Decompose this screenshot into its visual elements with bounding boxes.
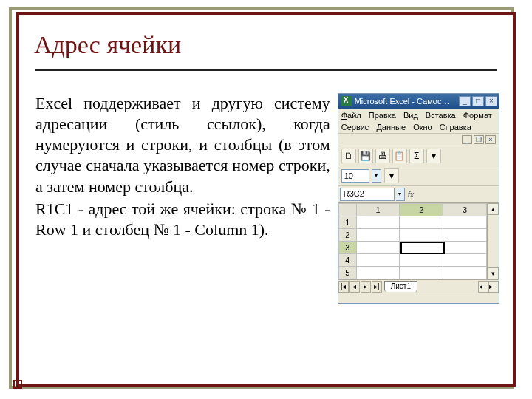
font-size-dropdown-icon[interactable]: ▾	[372, 169, 381, 183]
cell[interactable]	[400, 267, 443, 279]
slide-corner-marker	[13, 380, 22, 389]
titlebar[interactable]: Microsoft Excel - Самос… _ □ ×	[338, 94, 499, 109]
worksheet-area: 1 2 3 1 2 3 4 5 ▴ ▾	[338, 203, 499, 279]
excel-window: Microsoft Excel - Самос… _ □ × ФФайлайл …	[338, 93, 499, 304]
close-button[interactable]: ×	[485, 96, 497, 106]
menu-window[interactable]: Окно	[413, 123, 432, 132]
scroll-up-icon[interactable]: ▴	[488, 203, 499, 215]
save-icon[interactable]: 💾	[358, 149, 373, 163]
cell[interactable]	[400, 242, 443, 254]
cell[interactable]	[443, 267, 487, 279]
cell[interactable]	[356, 267, 400, 279]
cell[interactable]	[443, 254, 487, 267]
cell[interactable]	[400, 254, 443, 267]
mdi-min-button[interactable]: _	[462, 135, 472, 144]
maximize-button[interactable]: □	[472, 96, 484, 106]
menu-edit[interactable]: Правка	[369, 111, 396, 120]
tab-nav-prev-icon[interactable]: ◂	[349, 281, 360, 293]
menu-file[interactable]: ФФайлайл	[341, 111, 361, 120]
print-icon[interactable]: 🖶	[375, 149, 390, 163]
tab-nav-last-icon[interactable]: ▸|	[372, 281, 382, 293]
toolbar-more-icon[interactable]: ▾	[426, 149, 441, 163]
formatting-toolbar: 10 ▾ ▾	[338, 166, 499, 186]
cell[interactable]	[356, 229, 400, 242]
fx-label[interactable]: fx	[405, 190, 417, 199]
cell[interactable]	[400, 216, 443, 229]
tab-nav-first-icon[interactable]: |◂	[338, 281, 349, 293]
menu-help[interactable]: Справка	[440, 123, 471, 132]
menu-format[interactable]: Формат	[463, 111, 492, 120]
mdi-restore-button[interactable]: ❐	[474, 135, 484, 144]
menu-view[interactable]: Вид	[403, 111, 418, 120]
new-icon[interactable]: 🗋	[341, 149, 356, 163]
sheet-tab-1[interactable]: Лист1	[384, 281, 417, 292]
window-title: Microsoft Excel - Самос…	[355, 97, 459, 106]
cell[interactable]	[443, 229, 487, 242]
name-box-dropdown-icon[interactable]: ▾	[396, 188, 405, 201]
status-bar	[338, 293, 499, 303]
para1-lead: Excel	[35, 94, 83, 112]
scroll-right-icon[interactable]: ▸	[488, 281, 499, 293]
cell[interactable]	[443, 242, 487, 254]
row-header-2[interactable]: 2	[338, 229, 356, 242]
menu-insert[interactable]: Вставка	[426, 111, 456, 120]
menu-tools[interactable]: Сервис	[341, 123, 369, 132]
tab-nav-next-icon[interactable]: ▸	[361, 281, 371, 293]
minimize-button[interactable]: _	[459, 96, 471, 106]
name-box[interactable]: R3C2	[340, 188, 395, 201]
format-more-icon[interactable]: ▾	[384, 168, 399, 183]
mdi-close-button[interactable]: ×	[485, 135, 496, 144]
col-header-1[interactable]: 1	[356, 204, 400, 216]
body-text: Excel поддерживает и другую систему адре…	[35, 93, 330, 304]
standard-toolbar: 🗋 💾 🖶 📋 Σ ▾	[338, 146, 499, 166]
mdi-controls: _ ❐ ×	[338, 134, 499, 146]
cell[interactable]	[356, 242, 400, 254]
scroll-down-icon[interactable]: ▾	[488, 267, 499, 279]
cell[interactable]	[356, 216, 400, 229]
menu-data[interactable]: Данные	[376, 123, 406, 132]
col-header-2[interactable]: 2	[400, 204, 443, 216]
para2: R1C1 - адрес той же ячейки: строка № 1 -…	[35, 199, 330, 240]
menubar: ФФайлайл Правка Вид Вставка Формат Серви…	[338, 109, 499, 134]
row-header-3[interactable]: 3	[338, 242, 356, 254]
autosum-icon[interactable]: Σ	[409, 149, 424, 163]
cell[interactable]	[443, 216, 487, 229]
cell[interactable]	[400, 229, 443, 242]
col-header-3[interactable]: 3	[443, 204, 487, 216]
copy-icon[interactable]: 📋	[392, 149, 407, 163]
cell[interactable]	[356, 254, 400, 267]
slide-title: Адрес ячейки	[16, 12, 516, 69]
sheet-tabs-bar: |◂ ◂ ▸ ▸| Лист1 ◂ ▸	[338, 279, 499, 293]
select-all-corner[interactable]	[338, 204, 356, 216]
row-header-4[interactable]: 4	[338, 254, 356, 267]
row-header-5[interactable]: 5	[338, 267, 356, 279]
scroll-left-icon[interactable]: ◂	[478, 281, 488, 293]
row-header-1[interactable]: 1	[338, 216, 356, 229]
horizontal-scrollbar[interactable]: ◂ ▸	[417, 281, 499, 293]
font-size-input[interactable]: 10	[341, 169, 369, 183]
vertical-scrollbar[interactable]: ▴ ▾	[487, 203, 499, 279]
cell-grid[interactable]: 1 2 3 1 2 3 4 5	[338, 203, 487, 279]
excel-app-icon	[341, 96, 352, 106]
formula-bar: R3C2 ▾ fx	[338, 186, 499, 203]
